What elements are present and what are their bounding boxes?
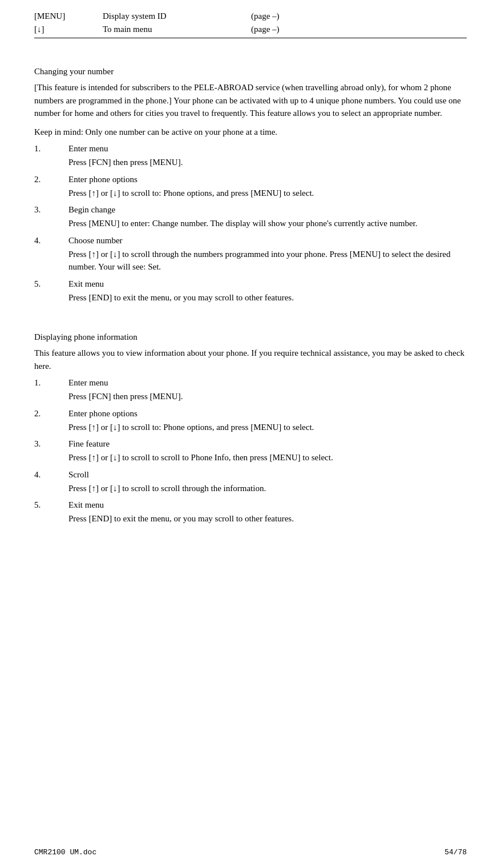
step-instruction: Press [↑] or [↓] to scroll through the n… bbox=[34, 248, 467, 274]
section1-steps: 1.Enter menuPress [FCN] then press [MENU… bbox=[34, 144, 467, 304]
step-instruction: Press [↑] or [↓] to scroll to: Phone opt… bbox=[34, 187, 467, 200]
step-instruction: Press [END] to exit the menu, or you may… bbox=[34, 512, 467, 525]
step-number: 1. bbox=[34, 378, 68, 388]
step-title: Enter menu bbox=[68, 144, 108, 154]
header-row-1: [MENU] Display system ID (page –) bbox=[34, 11, 467, 21]
footer-right: 54/78 bbox=[445, 848, 467, 857]
step-number: 4. bbox=[34, 236, 68, 246]
step-number: 3. bbox=[34, 205, 68, 215]
step-instruction: Press [FCN] then press [MENU]. bbox=[34, 390, 467, 403]
header-col3-page2: (page –) bbox=[251, 25, 280, 34]
step-item: 4.ScrollPress [↑] or [↓] to scroll to sc… bbox=[34, 470, 467, 495]
section-displaying-info: Displaying phone information This featur… bbox=[34, 332, 467, 525]
header-row-2: [↓] To main menu (page –) bbox=[34, 25, 467, 34]
step-instruction: Press [MENU] to enter: Change number. Th… bbox=[34, 217, 467, 230]
step-item: 3.Fine featurePress [↑] or [↓] to scroll… bbox=[34, 439, 467, 464]
step-title: Fine feature bbox=[68, 439, 110, 449]
step-instruction: Press [FCN] then press [MENU]. bbox=[34, 156, 467, 169]
step-title: Choose number bbox=[68, 236, 123, 246]
step-item: 2.Enter phone optionsPress [↑] or [↓] to… bbox=[34, 409, 467, 434]
step-instruction: Press [↑] or [↓] to scroll to scroll to … bbox=[34, 451, 467, 464]
step-item: 4.Choose numberPress [↑] or [↓] to scrol… bbox=[34, 236, 467, 274]
step-number: 3. bbox=[34, 439, 68, 449]
header-col1-arrow: [↓] bbox=[34, 25, 103, 34]
footer: CMR2100 UM.doc 54/78 bbox=[34, 848, 467, 857]
step-item: 3.Begin changePress [MENU] to enter: Cha… bbox=[34, 205, 467, 230]
step-instruction: Press [END] to exit the menu, or you may… bbox=[34, 291, 467, 304]
step-number: 5. bbox=[34, 279, 68, 289]
step-item: 2.Enter phone optionsPress [↑] or [↓] to… bbox=[34, 175, 467, 200]
step-item: 1.Enter menuPress [FCN] then press [MENU… bbox=[34, 144, 467, 169]
step-title: Enter phone options bbox=[68, 175, 138, 184]
section1-keep-in-mind: Keep in mind: Only one number can be act… bbox=[34, 126, 467, 139]
section-changing-number: Changing your number [This feature is in… bbox=[34, 55, 467, 304]
step-number: 1. bbox=[34, 144, 68, 154]
step-title: Scroll bbox=[68, 470, 89, 480]
step-number: 2. bbox=[34, 409, 68, 419]
step-number: 2. bbox=[34, 175, 68, 184]
step-item: 1.Enter menuPress [FCN] then press [MENU… bbox=[34, 378, 467, 403]
header-section: [MENU] Display system ID (page –) [↓] To… bbox=[34, 11, 467, 34]
header-divider bbox=[34, 38, 467, 38]
step-number: 5. bbox=[34, 500, 68, 510]
step-title: Begin change bbox=[68, 205, 115, 215]
footer-left: CMR2100 UM.doc bbox=[34, 848, 96, 857]
step-item: 5.Exit menuPress [END] to exit the menu,… bbox=[34, 500, 467, 525]
step-title: Exit menu bbox=[68, 279, 104, 289]
step-instruction: Press [↑] or [↓] to scroll to scroll thr… bbox=[34, 482, 467, 495]
section2-intro: This feature allows you to view informat… bbox=[34, 347, 467, 372]
step-title: Enter phone options bbox=[68, 409, 138, 419]
section2-steps: 1.Enter menuPress [FCN] then press [MENU… bbox=[34, 378, 467, 525]
section1-title: Changing your number bbox=[34, 67, 467, 77]
header-col2-mainmenu: To main menu bbox=[103, 25, 251, 34]
step-title: Enter menu bbox=[68, 378, 108, 388]
section2-title: Displaying phone information bbox=[34, 332, 467, 342]
step-item: 5.Exit menuPress [END] to exit the menu,… bbox=[34, 279, 467, 304]
step-title: Exit menu bbox=[68, 500, 104, 510]
header-col2-title: Display system ID bbox=[103, 11, 251, 21]
header-col1-menu: [MENU] bbox=[34, 11, 103, 21]
spacer-2 bbox=[34, 321, 467, 332]
step-instruction: Press [↑] or [↓] to scroll to: Phone opt… bbox=[34, 421, 467, 434]
spacer-1 bbox=[34, 55, 467, 67]
section1-intro: [This feature is intended for subscriber… bbox=[34, 81, 467, 120]
step-number: 4. bbox=[34, 470, 68, 480]
header-col3-page: (page –) bbox=[251, 11, 280, 21]
